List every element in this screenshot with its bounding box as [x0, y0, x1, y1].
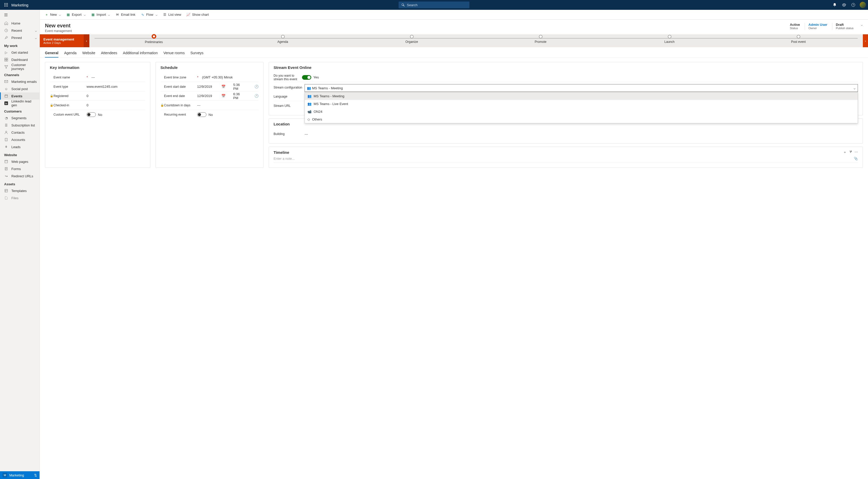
- user-avatar[interactable]: [860, 2, 866, 8]
- bpf-next-button[interactable]: ›: [863, 34, 868, 47]
- chevron-down-icon: ⌵: [108, 13, 110, 16]
- field-recurring[interactable]: Recurring event No: [160, 110, 258, 119]
- tab-venuerooms[interactable]: Venue rooms: [163, 49, 185, 58]
- sidebar-item-events[interactable]: Events: [0, 92, 39, 100]
- notifications-icon[interactable]: [831, 1, 839, 9]
- attach-icon[interactable]: 📎: [854, 157, 858, 161]
- field-end-date[interactable]: Event end date 12/9/2019 📅 6:36 PM 🕐: [160, 91, 258, 101]
- bpf-prev-button[interactable]: ‹: [84, 34, 89, 47]
- sidebar-item-segments[interactable]: ◔Segments: [0, 114, 39, 122]
- sidebar-item-templates[interactable]: Templates: [0, 187, 39, 194]
- nav-label: Templates: [11, 189, 27, 193]
- tab-surveys[interactable]: Surveys: [190, 49, 204, 58]
- field-event-type[interactable]: Event type www.event1245.com: [50, 82, 146, 91]
- dropdown-option-teams-meeting[interactable]: 👥MS Teams - Meeting: [305, 92, 858, 100]
- settings-icon[interactable]: [840, 1, 848, 9]
- field-label: Event end date: [164, 94, 197, 98]
- card-schedule: Schedule Event time zone* (GMT +05:30) M…: [156, 62, 264, 168]
- bpf-stage-preliminaries[interactable]: Preliminaries: [89, 34, 218, 47]
- input-placeholder: Enter a note...: [274, 157, 295, 161]
- stage-duration: Active 2 Days: [43, 41, 80, 44]
- bpf-stage-promote[interactable]: Promote: [476, 34, 605, 47]
- field-event-name[interactable]: Event name* ---: [50, 73, 146, 82]
- dropdown-option-teams-live[interactable]: 👥MS Teams - Live Event: [305, 100, 858, 108]
- field-label: Stream configuration: [274, 84, 305, 89]
- field-building[interactable]: Building ---: [274, 129, 858, 139]
- field-stream-config: Stream configuration 👥 MS Teams - Meetin…: [274, 82, 858, 92]
- card-title: Timeline: [274, 150, 289, 155]
- timeline-note-input[interactable]: Enter a note... 📎: [274, 155, 858, 163]
- card-key-information: Key information Event name* --- Event ty…: [45, 62, 150, 168]
- sidebar-item-recent[interactable]: Recent⌵: [0, 27, 39, 34]
- field-stream-toggle[interactable]: Do you want to stream this event Yes: [274, 73, 858, 82]
- toggle-recurring[interactable]: [197, 112, 207, 117]
- card-title: Stream Event Online: [274, 65, 858, 70]
- toggle-label: No: [209, 113, 213, 117]
- global-search[interactable]: Search: [399, 2, 469, 8]
- bpf-stage-launch[interactable]: Launch: [605, 34, 734, 47]
- import-button[interactable]: ▦Import⌵: [89, 10, 113, 19]
- sidebar-item-forms[interactable]: Forms: [0, 165, 39, 172]
- tab-attendees[interactable]: Attendees: [101, 49, 117, 58]
- header-stat-owner[interactable]: Admin UserOwner: [805, 23, 828, 30]
- app-launcher-icon[interactable]: [2, 1, 10, 9]
- sidebar-item-contacts[interactable]: Contacts: [0, 129, 39, 136]
- field-label: Event type: [54, 85, 87, 89]
- sidebar-item-subscription[interactable]: Subscription list: [0, 122, 39, 129]
- dropdown-menu: 👥MS Teams - Meeting 👥MS Teams - Live Eve…: [305, 92, 858, 123]
- bpf-stage-agenda[interactable]: Agenda: [218, 34, 347, 47]
- field-label: Event time zone: [164, 76, 186, 79]
- card-timeline: Timeline ＋ ⧩ ⋯ Enter a note... 📎: [269, 146, 863, 168]
- area-switcher[interactable]: M Marketing ⇅: [0, 471, 39, 479]
- sidebar-item-accounts[interactable]: Accounts: [0, 136, 39, 143]
- calendar-icon[interactable]: 📅: [221, 84, 225, 89]
- sidebar-item-emails[interactable]: Marketing emails: [0, 78, 39, 85]
- header-expand-button[interactable]: ⌵: [858, 23, 863, 27]
- bpf-active-stage[interactable]: Event management Active 2 Days: [40, 34, 84, 47]
- timeline-filter-button[interactable]: ⧩: [849, 150, 852, 155]
- sidebar-item-social[interactable]: ☺Social post: [0, 85, 39, 92]
- bpf-stage-postevent[interactable]: Post event: [734, 34, 863, 47]
- dropdown-option-others[interactable]: ◇Others: [305, 115, 858, 123]
- sidebar-toggle[interactable]: [0, 10, 39, 20]
- tab-agenda[interactable]: Agenda: [64, 49, 76, 58]
- tab-website[interactable]: Website: [82, 49, 95, 58]
- showchart-button[interactable]: 📈Show chart: [184, 10, 211, 19]
- sidebar-item-leads[interactable]: ⚘Leads: [0, 143, 39, 150]
- sidebar-item-getstarted[interactable]: ▷Get started: [0, 49, 39, 56]
- option-label: ON24: [314, 110, 322, 113]
- field-label: Event start date: [164, 85, 197, 89]
- emaillink-button[interactable]: ✉Email link: [113, 10, 137, 19]
- toggle-stream[interactable]: [302, 75, 311, 80]
- tab-additional[interactable]: Additional information: [123, 49, 158, 58]
- sidebar-item-linkedin[interactable]: inLinkedIn lead gen: [0, 100, 39, 107]
- sidebar-item-pinned[interactable]: Pinned⌵: [0, 34, 39, 41]
- clock-icon[interactable]: 🕐: [254, 84, 258, 89]
- nav-label: Web pages: [11, 160, 28, 164]
- sidebar-item-webpages[interactable]: Web pages: [0, 158, 39, 165]
- timeline-add-button[interactable]: ＋: [843, 150, 846, 155]
- help-icon[interactable]: ?: [849, 1, 857, 9]
- sidebar-item-dashboard[interactable]: Dashboard: [0, 56, 39, 63]
- calendar-icon: [4, 94, 8, 98]
- toggle-custom-url[interactable]: [87, 112, 96, 117]
- tab-general[interactable]: General: [45, 49, 58, 58]
- sidebar-item-home[interactable]: Home: [0, 20, 39, 27]
- field-custom-url[interactable]: Custom event URL No: [50, 110, 146, 119]
- stream-config-dropdown[interactable]: 👥 MS Teams - Meeting ⌵ 👥MS Teams - Meeti…: [305, 84, 858, 92]
- flow-button[interactable]: ∿Flow⌵: [138, 10, 159, 19]
- clock-icon[interactable]: 🕐: [254, 94, 258, 98]
- new-button[interactable]: ＋New⌵: [42, 10, 63, 19]
- bpf-stage-organize[interactable]: Organize: [347, 34, 476, 47]
- calendar-icon[interactable]: 📅: [221, 94, 225, 98]
- sidebar-item-journeys[interactable]: Customer journeys: [0, 63, 39, 70]
- field-start-date[interactable]: Event start date 12/9/2019 📅 5:36 PM 🕐: [160, 82, 258, 91]
- files-icon: [4, 196, 8, 200]
- dropdown-option-on24[interactable]: 📹ON24: [305, 108, 858, 115]
- sidebar-item-redirect[interactable]: ↪Redirect URLs: [0, 172, 39, 180]
- field-timezone[interactable]: Event time zone* (GMT +05:30) Minsk: [160, 73, 258, 82]
- timeline-more-button[interactable]: ⋯: [855, 150, 858, 155]
- listview-button[interactable]: ☰List view: [161, 10, 183, 19]
- sidebar-item-files[interactable]: Files: [0, 194, 39, 202]
- export-button[interactable]: ▦Export⌵: [64, 10, 88, 19]
